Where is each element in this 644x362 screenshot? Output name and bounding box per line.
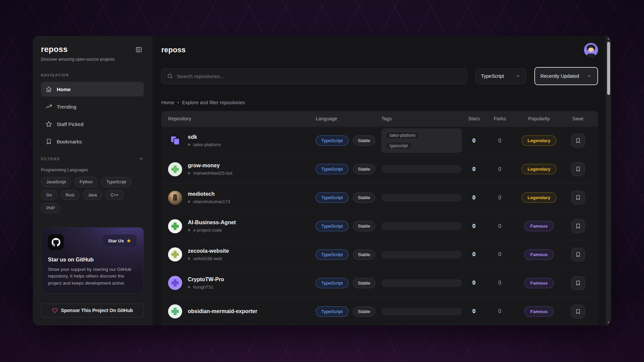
language-badge: TypeScript — [316, 135, 348, 146]
stars-count: 0 — [462, 280, 486, 286]
forks-count: 0 — [486, 280, 514, 286]
page-title: reposs — [161, 46, 185, 54]
popularity-badge: Famous — [524, 221, 554, 231]
bookmark-icon — [46, 138, 52, 145]
save-bookmark-button[interactable] — [571, 162, 585, 176]
status-badge: Stable — [353, 135, 375, 146]
tags-placeholder — [381, 194, 462, 201]
lang-filter-python[interactable]: Python — [74, 177, 98, 187]
repo-owner: tailor-platform — [193, 142, 221, 147]
bookmark-icon — [575, 195, 581, 200]
sidebar: reposs Discover amazing open-source proj… — [33, 36, 152, 325]
owner-dot — [188, 200, 190, 203]
search-box — [161, 68, 467, 84]
breadcrumb-separator: • — [177, 100, 179, 105]
tags-container: tailor-platform typescript — [381, 128, 462, 153]
table-row[interactable]: obsidian-mermaid-exporter TypeScript Sta… — [161, 297, 598, 325]
table-row[interactable]: CryptoTW-Pro hung0731 TypeScript Stable … — [161, 268, 598, 297]
status-badge: Stable — [353, 164, 375, 174]
sidebar-collapse-button[interactable] — [134, 45, 144, 55]
lang-filter-rust[interactable]: Rust — [60, 190, 80, 200]
chevron-down-icon — [515, 73, 521, 79]
repositories-table: Repository Language Tags Stars Forks Pop… — [161, 111, 598, 325]
user-avatar[interactable] — [584, 43, 598, 57]
lang-filter-php[interactable]: PHP — [41, 203, 60, 213]
search-input[interactable] — [177, 73, 462, 79]
scroll-down-arrow[interactable]: ▼ — [607, 321, 610, 324]
owner-dot — [188, 143, 190, 146]
repo-owner: sitanshukumar173 — [193, 199, 230, 204]
stars-count: 0 — [462, 166, 486, 173]
lang-filter-cpp[interactable]: C++ — [105, 190, 124, 200]
vertical-scrollbar: ▲ ▼ — [606, 36, 611, 325]
main-content: reposs TypeScript — [152, 36, 606, 325]
popularity-badge: Famous — [524, 278, 554, 288]
sidebar-item-bookmarks[interactable]: Bookmarks — [41, 134, 144, 149]
popularity-badge: Famous — [524, 306, 554, 317]
sidebar-item-trending[interactable]: Trending — [41, 99, 144, 114]
save-bookmark-button[interactable] — [571, 134, 585, 147]
repo-avatar — [168, 134, 182, 148]
sidebar-item-home[interactable]: Home — [41, 82, 144, 97]
scroll-up-arrow[interactable]: ▲ — [607, 37, 610, 41]
language-filter-dropdown[interactable]: TypeScript — [475, 68, 526, 84]
repo-name: zecoola-website — [188, 248, 229, 254]
column-popularity: Popularity — [514, 116, 565, 121]
tag-pill[interactable]: tailor-platform — [385, 131, 420, 139]
column-forks: Forks — [486, 116, 514, 121]
repo-avatar — [168, 247, 182, 261]
sidebar-item-staff-picked[interactable]: Staff Picked — [41, 117, 144, 131]
sidebar-item-label: Trending — [57, 104, 76, 110]
lang-filter-java[interactable]: Java — [83, 190, 102, 200]
language-badge: TypeScript — [316, 221, 348, 231]
lang-filter-go[interactable]: Go — [41, 190, 57, 200]
star-us-button[interactable]: Star Us ★ — [102, 234, 137, 247]
owner-dot — [188, 229, 190, 231]
github-card-body: Show your support by starring our GitHub… — [48, 266, 137, 287]
sort-dropdown[interactable]: Recently Updated — [534, 67, 598, 85]
popularity-badge: Famous — [524, 249, 554, 260]
bookmark-icon — [575, 309, 581, 314]
popularity-badge: Legendary — [522, 192, 556, 203]
forks-count: 0 — [486, 223, 514, 229]
status-badge: Stable — [353, 306, 375, 317]
language-badge: TypeScript — [316, 249, 348, 260]
app-window: reposs Discover amazing open-source proj… — [33, 36, 611, 325]
repo-name: mediotech — [188, 191, 230, 197]
repo-name: sdk — [188, 134, 221, 140]
column-language: Language — [316, 116, 381, 121]
table-row[interactable]: zecoola-website vellx8188-web TypeScript… — [161, 240, 598, 268]
sidebar-nav: Home Trending Staff Picked — [41, 82, 144, 149]
repo-avatar — [168, 304, 182, 318]
owner-dot — [188, 172, 190, 174]
lang-filter-javascript[interactable]: JavaScript — [41, 177, 71, 187]
breadcrumb-home[interactable]: Home — [161, 100, 174, 105]
stars-count: 0 — [462, 223, 486, 230]
star-icon — [46, 121, 52, 127]
bookmark-icon — [575, 280, 581, 286]
language-badge: TypeScript — [316, 192, 348, 203]
tag-pill[interactable]: typescript — [385, 142, 413, 150]
repo-owner: mahatotribed25-bot — [193, 171, 232, 176]
save-bookmark-button[interactable] — [571, 276, 585, 290]
repo-avatar — [168, 162, 182, 176]
lang-filter-typescript[interactable]: TypeScript — [101, 177, 131, 187]
bookmark-icon — [575, 223, 581, 229]
sponsor-button[interactable]: Sponsor This Project On GitHub — [41, 304, 144, 317]
table-row[interactable]: mediotech sitanshukumar173 TypeScript St… — [161, 183, 598, 212]
heart-icon — [52, 308, 58, 313]
save-bookmark-button[interactable] — [571, 305, 585, 318]
stars-count: 0 — [462, 251, 486, 258]
table-row[interactable]: grow-money mahatotribed25-bot TypeScript… — [161, 155, 598, 183]
table-row[interactable]: AI-Business-Agnet x-project-code TypeScr… — [161, 212, 598, 240]
sidebar-item-label: Staff Picked — [57, 121, 84, 127]
save-bookmark-button[interactable] — [571, 248, 585, 261]
forks-count: 0 — [486, 308, 514, 314]
save-bookmark-button[interactable] — [571, 191, 585, 204]
scrollbar-thumb[interactable] — [607, 42, 610, 95]
column-stars: Stars — [462, 116, 486, 121]
table-row[interactable]: sdk tailor-platform TypeScript Stable ta… — [161, 126, 598, 155]
tags-placeholder — [381, 222, 462, 230]
filters-section-header[interactable]: FILTERS — [41, 156, 144, 162]
save-bookmark-button[interactable] — [571, 219, 585, 233]
